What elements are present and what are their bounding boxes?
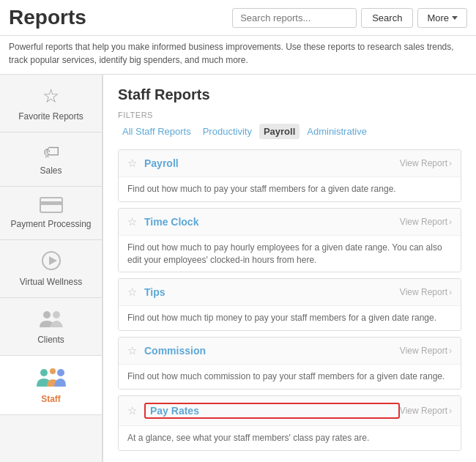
sidebar-item-sales[interactable]: 🏷 Sales [0,133,102,187]
sidebar-label-staff: Staff [41,394,61,404]
svg-point-4 [43,311,51,318]
sales-icon: 🏷 [43,143,59,162]
page-title: Reports [9,6,86,29]
report-name-tips: Tips [144,286,400,298]
svg-rect-1 [40,201,62,205]
favorite-star-payroll[interactable]: ☆ [127,157,137,170]
report-desc-commission: Find out how much commission to pay your… [119,365,461,389]
favorite-star-commission[interactable]: ☆ [127,344,137,357]
report-card-tips: ☆ Tips View Report › Find out how much t… [118,278,461,331]
sidebar-label-sales: Sales [40,165,62,176]
chevron-right-icon: › [449,158,452,168]
play-icon [41,250,62,273]
chevron-right-icon: › [449,217,452,227]
sidebar-item-clients[interactable]: Clients [0,298,102,356]
filters-label: FILTERS [118,111,461,119]
report-card-header-commission: ☆ Commission View Report › [119,338,461,365]
sidebar-label-wellness: Virtual Wellness [20,277,83,287]
subtitle-text: Powerful reports that help you make info… [9,42,454,65]
chevron-right-icon: › [449,346,452,356]
subtitle: Powerful reports that help you make info… [0,36,476,75]
report-card-header-tips: ☆ Tips View Report › [119,279,461,306]
main-layout: ☆ Favorite Reports 🏷 Sales Payment Proce… [0,75,476,462]
sidebar-item-favorite-reports[interactable]: ☆ Favorite Reports [0,75,102,133]
view-report-commission[interactable]: View Report › [400,346,452,356]
view-report-pay-rates[interactable]: View Report › [400,406,452,416]
sidebar-item-staff[interactable]: Staff [0,356,102,415]
favorite-star-pay-rates[interactable]: ☆ [127,404,137,417]
staff-icon [37,366,66,390]
star-icon: ☆ [42,85,59,108]
chevron-right-icon: › [449,287,452,297]
report-card-header-payroll: ☆ Payroll View Report › [119,150,461,177]
sidebar-label-payment: Payment Processing [10,219,91,229]
report-card-commission: ☆ Commission View Report › Find out how … [118,337,461,390]
report-desc-payroll: Find out how much to pay your staff memb… [119,177,461,201]
search-input[interactable] [232,8,357,28]
view-report-tips[interactable]: View Report › [400,287,452,297]
content-area: Staff Reports FILTERS All Staff Reports … [103,75,476,462]
sidebar-label-favorite: Favorite Reports [18,111,83,122]
tab-payroll[interactable]: Payroll [259,124,300,139]
report-card-time-clock: ☆ Time Clock View Report › Find out how … [118,208,461,273]
chevron-down-icon [452,16,458,20]
chevron-right-icon: › [449,406,452,416]
sidebar-label-clients: Clients [37,335,64,345]
report-card-header-pay-rates: ☆ Pay Rates View Report › [119,396,461,426]
content-title: Staff Reports [118,86,461,103]
more-label: More [427,12,449,23]
svg-point-7 [50,368,56,374]
tab-all-staff[interactable]: All Staff Reports [118,124,196,139]
report-desc-tips: Find out how much tip money to pay your … [119,306,461,330]
more-button[interactable]: More [417,8,467,28]
search-area: Search More [232,8,467,28]
header: Reports Search More [0,0,476,36]
report-card-payroll: ☆ Payroll View Report › Find out how muc… [118,149,461,202]
tab-productivity[interactable]: Productivity [198,124,256,139]
sidebar-item-virtual-wellness[interactable]: Virtual Wellness [0,240,102,298]
view-report-time-clock[interactable]: View Report › [400,217,452,227]
report-desc-pay-rates: At a glance, see what your staff members… [119,426,461,450]
view-report-payroll[interactable]: View Report › [400,158,452,168]
report-name-pay-rates: Pay Rates [144,403,400,419]
report-name-time-clock: Time Clock [144,216,400,228]
svg-marker-3 [49,256,57,265]
sidebar: ☆ Favorite Reports 🏷 Sales Payment Proce… [0,75,103,462]
favorite-star-tips[interactable]: ☆ [127,286,137,299]
tab-administrative[interactable]: Administrative [302,124,371,139]
clients-icon [38,308,64,331]
report-card-pay-rates: ☆ Pay Rates View Report › At a glance, s… [118,395,461,451]
filter-tabs: All Staff Reports Productivity Payroll A… [118,124,461,139]
report-name-commission: Commission [144,345,400,357]
payment-icon [40,197,63,215]
report-desc-time-clock: Find out how much to pay hourly employee… [119,236,461,272]
svg-point-8 [57,369,64,376]
report-name-payroll: Payroll [144,157,400,169]
sidebar-item-payment-processing[interactable]: Payment Processing [0,187,102,240]
svg-point-6 [40,369,48,376]
favorite-star-time-clock[interactable]: ☆ [127,215,137,228]
report-card-header-time-clock: ☆ Time Clock View Report › [119,209,461,236]
search-button[interactable]: Search [361,8,413,28]
svg-point-5 [53,311,60,318]
